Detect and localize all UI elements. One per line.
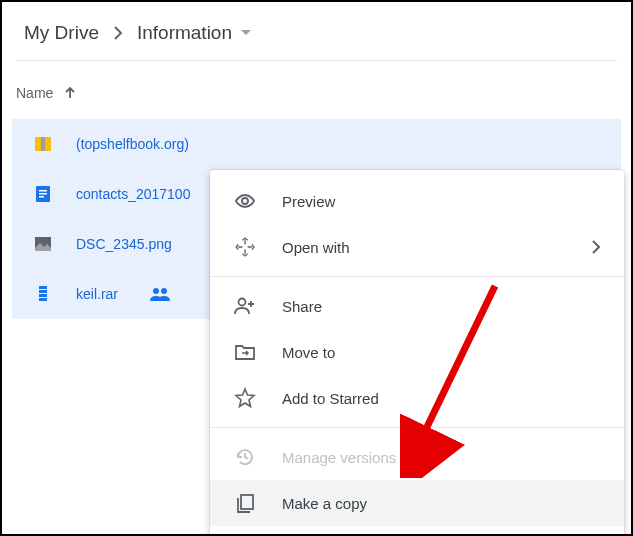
menu-manage-versions: Manage versions: [210, 434, 624, 480]
svg-rect-5: [39, 196, 44, 198]
menu-label: Move to: [282, 344, 600, 361]
menu-label: Make a copy: [282, 495, 600, 512]
column-header-name: Name: [16, 85, 53, 101]
rar-icon: [32, 283, 54, 305]
menu-label: Share: [282, 298, 600, 315]
star-icon: [234, 387, 256, 409]
menu-add-starred[interactable]: Add to Starred: [210, 375, 624, 421]
menu-open-with[interactable]: Open with: [210, 224, 624, 270]
column-header[interactable]: Name: [2, 61, 631, 119]
menu-make-copy[interactable]: Make a copy: [210, 480, 624, 526]
context-menu: Preview Open with Share Move to Add to S…: [210, 170, 624, 536]
breadcrumb-current[interactable]: Information: [137, 22, 252, 44]
svg-point-11: [153, 288, 159, 294]
file-name: keil.rar: [76, 286, 118, 302]
svg-rect-3: [39, 190, 47, 192]
person-add-icon: [234, 295, 256, 317]
svg-rect-10: [39, 298, 47, 301]
menu-label: Add to Starred: [282, 390, 600, 407]
folder-move-icon: [234, 341, 256, 363]
svg-point-12: [161, 288, 167, 294]
menu-move-to[interactable]: Move to: [210, 329, 624, 375]
chevron-right-icon: [592, 240, 600, 254]
file-name: contacts_2017100: [76, 186, 190, 202]
history-icon: [234, 446, 256, 468]
breadcrumb-current-label: Information: [137, 22, 232, 44]
menu-label: Manage versions: [282, 449, 600, 466]
svg-rect-9: [39, 294, 47, 297]
file-name: DSC_2345.png: [76, 236, 172, 252]
file-row[interactable]: (topshelfbook.org): [12, 119, 621, 169]
doc-icon: [32, 183, 54, 205]
file-name: (topshelfbook.org): [76, 136, 189, 152]
divider: [210, 427, 624, 428]
sort-ascending-icon: [63, 86, 77, 100]
svg-rect-15: [241, 495, 253, 509]
breadcrumb-root[interactable]: My Drive: [24, 22, 99, 44]
copy-icon: [234, 492, 256, 514]
caret-down-icon: [240, 29, 252, 37]
breadcrumb: My Drive Information: [2, 2, 631, 60]
svg-rect-8: [39, 290, 47, 293]
svg-rect-1: [41, 137, 45, 151]
svg-rect-4: [39, 193, 47, 195]
divider: [210, 276, 624, 277]
image-icon: [32, 233, 54, 255]
open-with-icon: [234, 236, 256, 258]
chevron-right-icon: [113, 25, 123, 41]
svg-point-13: [242, 198, 248, 204]
shared-icon: [150, 287, 170, 301]
eye-icon: [234, 190, 256, 212]
archive-icon: [32, 133, 54, 155]
menu-download[interactable]: Download: [210, 526, 624, 536]
menu-label: Preview: [282, 193, 600, 210]
menu-share[interactable]: Share: [210, 283, 624, 329]
menu-label: Open with: [282, 239, 566, 256]
menu-preview[interactable]: Preview: [210, 178, 624, 224]
svg-point-14: [239, 299, 246, 306]
svg-rect-7: [39, 286, 47, 289]
